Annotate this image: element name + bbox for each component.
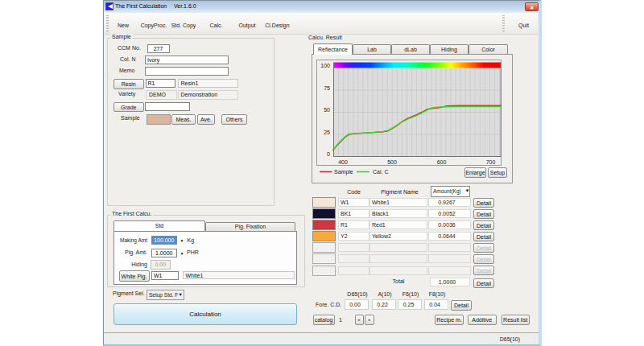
svg-text:Cal. C: Cal. C [373,169,388,175]
svg-text:50: 50 [324,107,330,113]
svg-text:700: 700 [486,159,496,164]
svg-text:75: 75 [324,84,330,90]
svg-text:400: 400 [338,159,348,164]
svg-text:Sample: Sample [334,169,353,175]
svg-text:600: 600 [437,159,447,164]
svg-text:25: 25 [324,129,330,134]
svg-text:0: 0 [327,151,330,157]
svg-text:100: 100 [320,63,330,68]
svg-text:500: 500 [387,159,397,164]
